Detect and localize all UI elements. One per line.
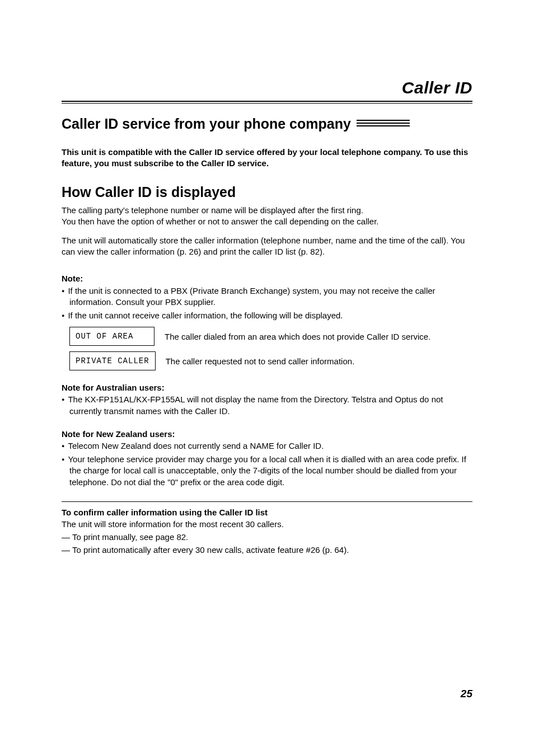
paragraph-1a: The calling party's telephone number or … — [62, 205, 363, 215]
confirm-line-1: The unit will store information for the … — [62, 519, 472, 530]
chapter-rule-thin — [62, 103, 472, 104]
display-code-private-caller: PRIVATE CALLER — [69, 351, 156, 370]
aus-heading: Note for Australian users: — [62, 383, 472, 392]
page-number: 25 — [461, 688, 472, 700]
note-bullet-1: If the unit is connected to a PBX (Priva… — [62, 285, 472, 308]
aus-bullet-1: The KX-FP151AL/KX-FP155AL will not displ… — [62, 394, 472, 417]
section-title: Caller ID service from your phone compan… — [62, 116, 351, 132]
nz-heading: Note for New Zealand users: — [62, 429, 472, 439]
note-bullet-2: If the unit cannot receive caller inform… — [62, 310, 472, 321]
paragraph-1b: You then have the option of whether or n… — [62, 217, 379, 226]
paragraph-1: The calling party's telephone number or … — [62, 205, 472, 228]
paragraph-2: The unit will automatically store the ca… — [62, 235, 472, 258]
confirm-line-2: — To print manually, see page 82. — [62, 532, 472, 543]
subsection-title: How Caller ID is displayed — [62, 184, 472, 200]
page: Caller ID Caller ID service from your ph… — [0, 0, 534, 756]
chapter-title: Caller ID — [62, 78, 472, 97]
section-decor-icon — [357, 120, 410, 128]
section-heading-row: Caller ID service from your phone compan… — [62, 116, 472, 132]
nz-bullet-2: Your telephone service provider may char… — [62, 454, 472, 488]
separator-rule — [62, 501, 472, 502]
confirm-heading: To confirm caller information using the … — [62, 508, 472, 517]
note-label: Note: — [62, 274, 472, 283]
display-row-2: PRIVATE CALLER The caller requested not … — [69, 351, 472, 370]
display-code-out-of-area: OUT OF AREA — [69, 327, 154, 346]
intro-paragraph: This unit is compatible with the Caller … — [62, 147, 472, 170]
chapter-rule-thick — [62, 101, 472, 102]
confirm-line-3: — To print automatically after every 30 … — [62, 544, 472, 556]
display-desc-1: The caller dialed from an area which doe… — [165, 332, 430, 341]
nz-bullet-1: Telecom New Zealand does not currently s… — [62, 440, 472, 452]
display-desc-2: The caller requested not to send caller … — [166, 356, 355, 366]
display-row-1: OUT OF AREA The caller dialed from an ar… — [69, 327, 472, 346]
